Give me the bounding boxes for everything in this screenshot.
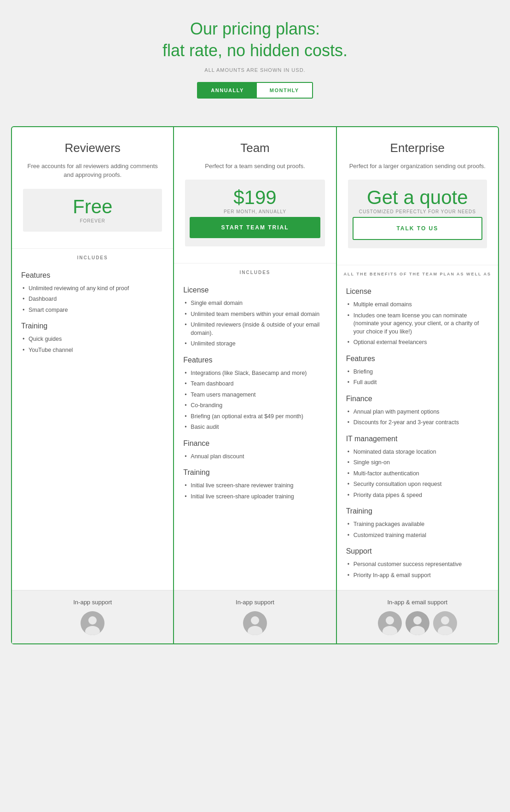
plan-top-reviewers: ReviewersFree accounts for all reviewers… [12,127,173,248]
list-item: Nominated data storage location [346,447,489,458]
feature-list-reviewers-training: Quick guidesYouTube channel [21,334,164,356]
section-title-team-license: License [183,286,326,294]
svg-point-4 [251,616,259,625]
list-item: Unlimited team members within your email… [183,309,326,320]
page-title: Our pricing plans: flat rate, no hidden … [11,18,499,62]
plan-footer-reviewers: In-app support [12,590,173,643]
plan-price-box-enterprise: Get a quoteCUSTOMIZED PERFECTLY FOR YOUR… [348,180,487,248]
list-item: Includes one team license you can nomina… [346,310,489,338]
list-item: Unlimited reviewers (inside & outside of… [183,320,326,339]
plan-name-reviewers: Reviewers [64,141,120,155]
avatar [81,611,104,635]
plan-name-enterprise: Enterprise [390,141,445,155]
plan-price-value-reviewers: Free [28,197,157,216]
plan-top-enterprise: EnterprisePerfect for a larger organizat… [337,127,498,265]
plan-footer-team: In-app support [174,590,336,643]
plan-features-team: LicenseSingle email domainUnlimited team… [174,280,336,590]
avatar [243,611,267,635]
list-item: Customized training material [346,530,489,541]
list-item: Initial live screen-share uploader train… [183,491,326,502]
svg-point-13 [441,616,449,625]
avatars-team [183,611,326,635]
plan-name-team: Team [240,141,270,155]
plans-grid: ReviewersFree accounts for all reviewers… [11,126,499,645]
list-item: YouTube channel [21,345,164,356]
section-title-reviewers-training: Training [21,322,164,330]
plan-price-sub-reviewers: FOREVER [28,218,157,223]
list-item: Basic audit [183,422,326,433]
list-item: Integrations (like Slack, Basecamp and m… [183,368,326,379]
feature-list-enterprise-features: BriefingFull audit [346,367,489,388]
includes-label-reviewers: INCLUDES [12,248,173,265]
list-item: Optional external freelancers [346,337,489,348]
title-line2: flat rate, no hidden costs. [162,41,348,60]
plan-description-enterprise: Perfect for a larger organization sendin… [349,162,486,171]
section-title-enterprise-license: License [346,287,489,296]
avatar [406,611,429,635]
avatar [433,611,457,635]
section-title-team-features: Features [183,356,326,364]
list-item: Unlimited reviewing of any kind of proof [21,283,164,294]
monthly-button[interactable]: MONTHLY [257,83,312,98]
plan-price-value-enterprise: Get a quote [353,188,482,207]
feature-list-team-license: Single email domainUnlimited team member… [183,298,326,350]
list-item: Briefing (an optional extra at $49 per m… [183,411,326,422]
list-item: Multi-factor authentication [346,468,489,479]
list-item: Annual plan discount [183,451,326,462]
feature-list-team-features: Integrations (like Slack, Basecamp and m… [183,368,326,433]
cta-button-enterprise[interactable]: TALK TO US [353,217,482,240]
list-item: Initial live screen-share reviewer train… [183,480,326,491]
list-item: Briefing [346,367,489,378]
feature-list-enterprise-training: Training packages availableCustomized tr… [346,519,489,541]
feature-list-team-finance: Annual plan discount [183,451,326,462]
list-item: Security consultation upon request [346,479,489,490]
list-item: Multiple email domains [346,299,489,310]
feature-list-enterprise-finance: Annual plan with payment optionsDiscount… [346,407,489,428]
section-title-team-finance: Finance [183,439,326,448]
title-line1: Our pricing plans: [190,19,320,38]
feature-list-enterprise-license: Multiple email domainsIncludes one team … [346,299,489,348]
list-item: Smart compare [21,305,164,316]
feature-list-reviewers-features: Unlimited reviewing of any kind of proof… [21,283,164,316]
includes-label-team: INCLUDES [174,263,336,280]
svg-point-10 [413,616,422,625]
plan-price-sub-team: PER MONTH, ANNUALLY [190,209,320,214]
list-item: Priority data pipes & speed [346,490,489,501]
feature-list-enterprise-it-management: Nominated data storage locationSingle si… [346,447,489,501]
section-title-enterprise-features: Features [346,355,489,363]
plan-features-reviewers: FeaturesUnlimited reviewing of any kind … [12,265,173,590]
list-item: Team users management [183,390,326,401]
list-item: Discounts for 2-year and 3-year contract… [346,417,489,428]
list-item: Quick guides [21,334,164,345]
annually-button[interactable]: ANNUALLY [198,83,257,98]
section-title-enterprise-finance: Finance [346,395,489,403]
list-item: Annual plan with payment options [346,407,489,418]
plan-price-sub-enterprise: CUSTOMIZED PERFECTLY FOR YOUR NEEDS [353,209,482,214]
section-title-team-training: Training [183,468,326,477]
page-header: Our pricing plans: flat rate, no hidden … [11,18,499,117]
avatar [378,611,402,635]
list-item: Single email domain [183,298,326,309]
footer-label-team: In-app support [183,599,326,606]
section-title-enterprise-it-management: IT management [346,435,489,443]
section-title-enterprise-training: Training [346,507,489,515]
svg-point-1 [88,616,97,625]
section-title-reviewers-features: Features [21,271,164,280]
plan-card-reviewers: ReviewersFree accounts for all reviewers… [11,126,174,645]
plan-top-team: TeamPerfect for a team sending out proof… [174,127,336,263]
billing-toggle: ANNUALLY MONTHLY [197,82,313,99]
avatars-reviewers [21,611,164,635]
plan-description-reviewers: Free accounts for all reviewers adding c… [23,162,162,180]
includes-label-enterprise: ALL THE BENEFITS OF THE TEAM PLAN AS WEL… [337,265,498,281]
feature-list-team-training: Initial live screen-share reviewer train… [183,480,326,502]
page-wrapper: Our pricing plans: flat rate, no hidden … [11,18,499,644]
svg-point-7 [386,616,394,625]
plan-card-team: TeamPerfect for a team sending out proof… [174,126,336,645]
plan-description-team: Perfect for a team sending out proofs. [205,162,305,171]
plan-card-enterprise: EnterprisePerfect for a larger organizat… [336,126,499,645]
avatars-enterprise [346,611,489,635]
currency-note: ALL AMOUNTS ARE SHOWN IN USD. [11,67,499,73]
plan-price-box-team: $199PER MONTH, ANNUALLYSTART TEAM TRIAL [185,180,325,246]
plan-footer-enterprise: In-app & email support [337,590,498,643]
cta-button-team[interactable]: START TEAM TRIAL [190,217,320,238]
